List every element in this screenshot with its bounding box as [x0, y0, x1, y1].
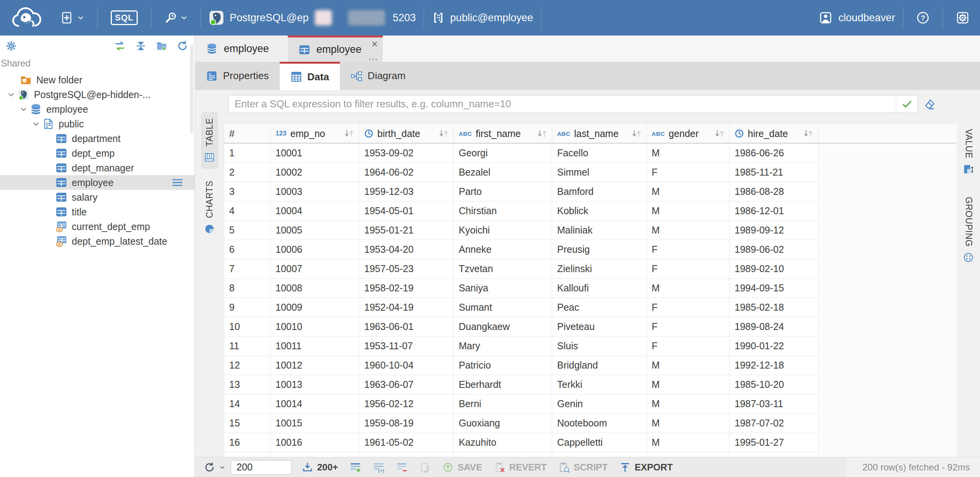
help-button[interactable]: ? [911, 0, 935, 36]
data-cell[interactable]: 1986-12-01 [730, 201, 818, 221]
sql-filter-input[interactable] [228, 98, 896, 110]
row-number-cell[interactable]: 8 [224, 279, 270, 298]
data-cell[interactable]: 10003 [270, 182, 359, 201]
collapse-all-icon[interactable] [135, 40, 147, 52]
data-cell[interactable]: 10001 [270, 144, 359, 163]
data-cell[interactable]: 10002 [270, 163, 359, 182]
expand-chevron-icon[interactable] [19, 104, 29, 114]
data-cell[interactable]: 1954-05-01 [359, 201, 454, 221]
data-cell[interactable] [454, 452, 552, 457]
data-cell[interactable]: 10012 [270, 356, 359, 375]
panel-tab-value[interactable]: VALUE [960, 123, 977, 181]
clear-filter-icon[interactable] [924, 98, 936, 110]
column-header-gender[interactable]: ABCgender [647, 124, 730, 143]
data-cell[interactable]: 10011 [270, 337, 359, 356]
data-cell[interactable]: 10005 [270, 221, 359, 240]
data-cell[interactable]: 10004 [270, 201, 359, 221]
row-number-cell[interactable]: 5 [224, 221, 270, 240]
data-cell[interactable]: Patricio [454, 356, 552, 375]
data-cell[interactable]: 1953-04-20 [359, 240, 454, 259]
tab-menu-dots-icon[interactable] [368, 56, 378, 61]
data-cell[interactable]: 1987-03-11 [730, 394, 818, 414]
data-cell[interactable]: 1985-02-18 [730, 298, 818, 317]
close-tab-icon[interactable] [370, 40, 379, 48]
data-cell[interactable]: Kalloufi [552, 279, 647, 298]
data-cell[interactable]: 1995-01-27 [730, 433, 818, 452]
data-cell[interactable]: 10009 [270, 298, 359, 317]
schema-selector[interactable]: public@employee [432, 11, 533, 24]
column-header-birth_date[interactable]: birth_date [359, 124, 454, 143]
new-folder-icon[interactable] [156, 40, 167, 52]
item-menu-icon[interactable] [171, 178, 184, 188]
sort-icon[interactable] [803, 129, 814, 138]
row-number-cell[interactable]: 2 [224, 163, 270, 182]
data-cell[interactable]: 1989-08-24 [730, 317, 818, 337]
data-cell[interactable]: 1963-06-01 [359, 317, 454, 337]
data-cell[interactable]: 10007 [270, 259, 359, 279]
data-cell[interactable]: M [647, 221, 730, 240]
tree-settings-icon[interactable] [5, 40, 17, 52]
sort-icon[interactable] [631, 129, 642, 138]
data-cell[interactable]: Berni [454, 394, 552, 414]
data-cell[interactable]: Piveteau [552, 317, 647, 337]
data-cell[interactable]: M [647, 414, 730, 433]
refresh-tree-icon[interactable] [177, 40, 188, 52]
new-connection-button[interactable] [56, 0, 90, 36]
data-cell[interactable]: 1957-05-23 [359, 259, 454, 279]
data-cell[interactable]: F [647, 259, 730, 279]
tree-item-employee[interactable]: employee [0, 175, 194, 190]
data-cell[interactable]: 1959-12-03 [359, 182, 454, 201]
subtab-properties[interactable]: Properties [195, 62, 280, 90]
row-limit-input[interactable] [231, 460, 292, 475]
data-cell[interactable]: M [647, 356, 730, 375]
row-number-cell[interactable]: 9 [224, 298, 270, 317]
row-number-cell[interactable]: 4 [224, 201, 270, 221]
user-menu[interactable]: cloudbeaver [819, 11, 895, 24]
data-cell[interactable]: M [647, 279, 730, 298]
data-cell[interactable]: Chirstian [454, 201, 552, 221]
tree-item-title[interactable]: title [0, 205, 194, 219]
data-cell[interactable]: 1985-10-20 [730, 375, 818, 394]
data-cell[interactable]: M [647, 144, 730, 163]
data-cell[interactable]: 1990-01-22 [730, 337, 818, 356]
column-header-last_name[interactable]: ABClast_name [552, 124, 647, 143]
data-cell[interactable] [359, 452, 454, 457]
tree-item-dept-emp[interactable]: dept_emp [0, 146, 194, 161]
data-cell[interactable]: M [647, 182, 730, 201]
data-cell[interactable]: 1964-06-02 [359, 163, 454, 182]
tree-item-postgresql-ep-hidden-[interactable]: PostgreSQL@ep-hidden-... [0, 87, 194, 102]
sql-editor-button[interactable]: SQL [105, 0, 143, 36]
data-cell[interactable]: Tzvetan [454, 259, 552, 279]
panel-tab-grouping[interactable]: GROUPING [960, 191, 977, 269]
data-cell[interactable]: 1961-05-02 [359, 433, 454, 452]
data-cell[interactable]: 10015 [270, 414, 359, 433]
column-header-first_name[interactable]: ABCfirst_name [454, 124, 552, 143]
tree-item-dept-manager[interactable]: dept_manager [0, 161, 194, 175]
tree-item-public[interactable]: public [0, 117, 194, 131]
row-number-cell[interactable] [224, 452, 270, 457]
expand-chevron-icon[interactable] [31, 119, 41, 129]
data-cell[interactable] [552, 452, 647, 457]
data-cell[interactable]: Zielinski [552, 259, 647, 279]
data-cell[interactable]: 1989-02-10 [730, 259, 818, 279]
sort-icon[interactable] [714, 129, 725, 138]
data-cell[interactable]: Preusig [552, 240, 647, 259]
row-number-cell[interactable]: 7 [224, 259, 270, 279]
row-number-cell[interactable]: 10 [224, 317, 270, 337]
data-cell[interactable]: Duangkaew [454, 317, 552, 337]
row-number-cell[interactable]: 6 [224, 240, 270, 259]
data-cell[interactable]: 10010 [270, 317, 359, 337]
data-cell[interactable]: 1986-08-28 [730, 182, 818, 201]
data-cell[interactable]: Guoxiang [454, 414, 552, 433]
sidebar-scrollbar[interactable] [190, 45, 193, 134]
sort-icon[interactable] [343, 129, 355, 138]
column-header-emp_no[interactable]: 123emp_no [270, 124, 359, 143]
row-number-cell[interactable]: 16 [224, 433, 270, 452]
data-cell[interactable]: Cappelletti [552, 433, 647, 452]
data-cell[interactable] [270, 452, 359, 457]
sort-icon[interactable] [536, 129, 548, 138]
data-cell[interactable]: 1985-11-21 [730, 163, 818, 182]
data-cell[interactable]: 1989-09-12 [730, 221, 818, 240]
data-cell[interactable]: Georgi [454, 144, 552, 163]
row-number-cell[interactable]: 13 [224, 375, 270, 394]
